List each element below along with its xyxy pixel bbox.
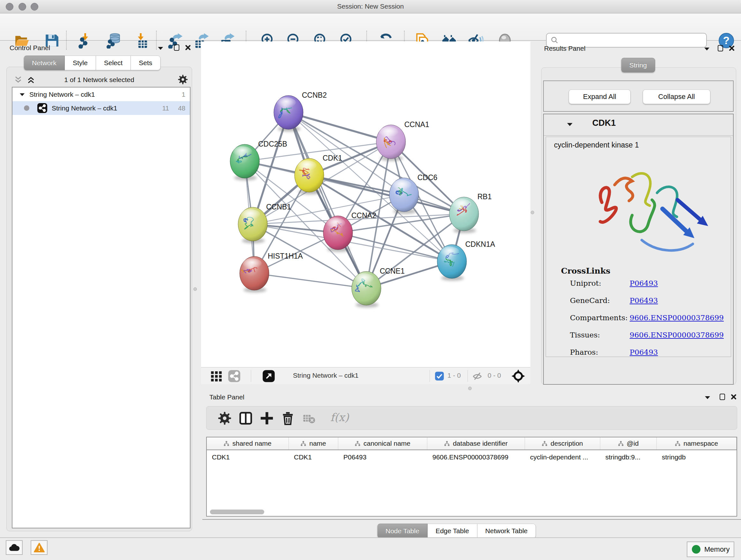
show-columns-icon[interactable] — [239, 411, 253, 426]
crosslink-label: Compartments: — [570, 314, 628, 322]
section-expander-icon[interactable] — [567, 122, 573, 126]
network-edge[interactable] — [288, 112, 391, 142]
control-panel-tabs: NetworkStyleSelectSets — [23, 56, 160, 70]
crosslink-link[interactable]: 9606.ENSP00000378699 — [630, 314, 724, 322]
results-panel-menu-button[interactable] — [703, 45, 711, 53]
open-in-new-window-icon[interactable] — [262, 370, 275, 382]
close-icon — [731, 394, 737, 400]
left-splitter-handle[interactable] — [193, 287, 197, 291]
node-label: CDK1 — [323, 154, 342, 162]
tab-edge-table[interactable]: Edge Table — [428, 523, 477, 538]
crosslink-link[interactable]: P06493 — [630, 348, 658, 356]
table-panel-menu-button[interactable] — [703, 393, 712, 401]
column-header-@id[interactable]: @id — [600, 437, 657, 449]
warnings-button[interactable] — [30, 540, 48, 555]
selected-checkbox-icon[interactable] — [434, 371, 444, 381]
column-header-canonical-name[interactable]: canonical name — [338, 437, 427, 449]
node-gloss — [297, 160, 317, 171]
network-edge[interactable] — [288, 112, 366, 288]
control-panel-title: Control Panel — [10, 44, 50, 52]
network-node-hist1h1a[interactable]: HIST1H1A — [240, 252, 303, 293]
window-title: Session: New Session — [0, 3, 741, 10]
network-node-cdk1[interactable]: CDK1 — [294, 154, 342, 194]
network-node-rb1[interactable]: RB1 — [449, 192, 492, 233]
table-row[interactable]: CDK1CDK1P064939606.ENSP00000378699cyclin… — [207, 451, 737, 463]
network-view-toolbar: String Network – cdk1 1 - 0 0 - 0 — [201, 367, 530, 384]
node-gloss — [277, 98, 296, 108]
control-panel-menu-button[interactable] — [156, 44, 165, 52]
network-graph[interactable]: CCNB2CCNA1CDC25BCDK1CDC6RB1CCNB1CCNA2CDK… — [201, 42, 530, 367]
fit-content-crosshair-icon[interactable] — [511, 369, 525, 383]
results-panel-close-button[interactable] — [728, 44, 736, 52]
horizontal-scrollbar-thumb[interactable] — [210, 509, 264, 514]
table-panel-float-button[interactable] — [718, 393, 726, 401]
share-network-icon[interactable] — [228, 370, 241, 382]
network-canvas[interactable]: CCNB2CCNA1CDC25BCDK1CDC6RB1CCNB1CCNA2CDK… — [201, 42, 530, 367]
column-header-name[interactable]: name — [289, 437, 338, 449]
control-panel-close-button[interactable] — [184, 44, 192, 52]
table-panel: Table Panel — [202, 392, 741, 537]
tab-sets[interactable]: Sets — [131, 56, 160, 70]
column-header-shared-name[interactable]: shared name — [207, 437, 289, 449]
crosslink-label: Uniprot: — [570, 279, 601, 287]
node-label: CCNE1 — [380, 267, 405, 275]
crosslink-link[interactable]: 9606.ENSP00000378699 — [630, 331, 724, 339]
column-header-database-identifier[interactable]: database identifier — [427, 437, 525, 449]
right-splitter-handle[interactable] — [531, 211, 534, 214]
node-label: CDC25B — [258, 140, 287, 148]
tab-string[interactable]: String — [621, 58, 655, 72]
network-selection-status: 1 of 1 Network selected — [6, 76, 192, 84]
separator — [429, 370, 430, 382]
table-panel-title: Table Panel — [209, 393, 245, 401]
tab-style[interactable]: Style — [65, 56, 96, 70]
delete-column-trash-icon[interactable] — [280, 411, 295, 426]
column-header-description[interactable]: description — [525, 437, 600, 449]
crosslink-label: Tissues: — [570, 331, 600, 339]
cloud-button[interactable] — [6, 540, 23, 555]
crosslink-link[interactable]: P06493 — [630, 279, 658, 287]
crosslink-label: Pharos: — [570, 348, 598, 356]
network-selection-status-row: 1 of 1 Network selected — [6, 73, 192, 86]
crosslink-link[interactable]: P06493 — [630, 296, 658, 305]
table-cell: P06493 — [338, 451, 427, 463]
memory-button[interactable]: Memory — [687, 542, 734, 557]
expand-all-button[interactable]: Expand All — [569, 89, 630, 104]
node-gloss — [243, 258, 262, 268]
network-node-ccnb2[interactable]: CCNB2 — [274, 91, 327, 132]
table-settings-gear-icon[interactable] — [217, 411, 232, 426]
expander-icon[interactable] — [19, 92, 25, 97]
column-type-icon — [224, 441, 229, 446]
network-collection-row[interactable]: String Network – cdk1 1 — [12, 87, 190, 101]
control-panel-float-button[interactable] — [172, 44, 181, 52]
expand-collapse-box: Expand All Collapse All — [543, 80, 734, 112]
caret-down-icon — [704, 47, 710, 51]
network-node-cdc25b[interactable]: CDC25B — [230, 140, 287, 180]
table-panel-close-button[interactable] — [730, 393, 738, 401]
node-table: shared namenamecanonical namedatabase id… — [206, 437, 737, 516]
table-cell: stringdb:9... — [600, 451, 657, 463]
network-edge[interactable] — [254, 273, 366, 288]
column-header-namespace[interactable]: namespace — [657, 437, 737, 449]
tab-node-table[interactable]: Node Table — [377, 523, 428, 538]
birds-eye-view-icon[interactable] — [210, 370, 223, 382]
hidden-node-edge-counts: 0 - 0 — [488, 372, 501, 379]
gear-icon[interactable] — [178, 74, 188, 85]
results-panel-float-button[interactable] — [716, 44, 724, 52]
horizontal-splitter-handle[interactable] — [468, 387, 472, 390]
network-node-cdkn1a[interactable]: CDKN1A — [437, 240, 495, 281]
create-column-plus-icon[interactable] — [259, 411, 274, 426]
tab-network-table[interactable]: Network Table — [477, 523, 536, 538]
node-gloss — [452, 199, 471, 209]
network-row[interactable]: String Network – cdk1 11 48 — [12, 101, 190, 115]
delete-table-icon — [302, 411, 316, 426]
collapse-all-button[interactable]: Collapse All — [643, 89, 711, 104]
network-node-ccna1[interactable]: CCNA1 — [376, 120, 429, 161]
column-type-icon — [355, 441, 360, 446]
tab-network[interactable]: Network — [23, 56, 65, 70]
table-cell: cyclin-dependent ... — [525, 451, 600, 463]
tab-select[interactable]: Select — [96, 56, 131, 70]
results-panel-tabs: String — [621, 58, 655, 72]
network-edge[interactable] — [309, 175, 464, 214]
column-header-label: description — [550, 440, 583, 447]
table-cell: CDK1 — [207, 451, 289, 463]
